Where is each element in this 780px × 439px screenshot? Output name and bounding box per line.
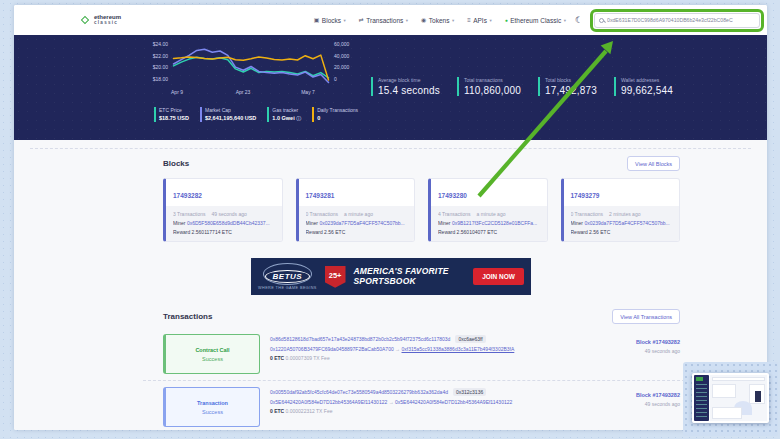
- transaction-row: Transaction Success 0x00550daf92ab5fc45c…: [163, 384, 680, 430]
- block-reward: Reward 2.56 ETC: [306, 228, 408, 237]
- apis-icon: ≡: [467, 17, 471, 23]
- dashed-separator: [30, 148, 751, 149]
- gas-value: 1.0 Gwei: [272, 115, 294, 121]
- tx-type-badge-contract-call: Contract Call Success: [163, 334, 260, 374]
- betus-tagline: WHERE THE GAME BEGINS: [258, 286, 317, 290]
- pip-mini-sidebar: [694, 375, 709, 421]
- miner-label: Miner: [438, 220, 451, 226]
- network-stats: Average block time 15.4 seconds Total tr…: [371, 77, 759, 96]
- pip-mini-topbar: [712, 377, 765, 381]
- tx-to-address-link[interactable]: 0x5E6442420A0f584eD7D12bb45364A9Ef114301…: [395, 399, 512, 405]
- price-chart: $24.00 $22.00 $20.00 $18.00 60,000 40,00…: [136, 44, 362, 98]
- legend-market-cap: Market Cap $2,641,195,640 USD: [200, 107, 256, 122]
- nav-label: Tokens: [429, 17, 450, 24]
- stat-value: 15.4 seconds: [378, 85, 440, 96]
- legend-label: Gas tracker: [272, 107, 301, 113]
- betus-brand-text: BETUS: [265, 270, 311, 283]
- chart-right-axis: 60,000 40,000 20,000 0: [330, 42, 360, 82]
- chart-x-axis: Apr 9 Apr 23 May 7: [136, 87, 362, 98]
- tx-details: 0x86d58128618d7bad657e17a43e248738bd872b…: [270, 334, 578, 374]
- block-reward: Reward 2.560104077 ETC: [438, 228, 540, 237]
- tx-hash-link[interactable]: 0x00550daf92ab5fc45cfc64de07ec73e5580549…: [270, 389, 448, 395]
- miner-label: Miner: [571, 220, 584, 226]
- block-number-link[interactable]: 17493281: [306, 192, 335, 199]
- block-card: 17493281 0 Transactionsa minute ago Mine…: [296, 178, 416, 242]
- block-reward: Reward 2.560117714 ETC: [173, 228, 275, 237]
- legend-label: ETC Price: [159, 107, 189, 113]
- transactions-icon: ⇄: [359, 17, 364, 23]
- block-card: 17493282 3 Transactions49 seconds ago Mi…: [163, 178, 283, 242]
- tx-block-link[interactable]: Block #17493282: [588, 392, 680, 398]
- ad-banner-betus[interactable]: BETUS WHERE THE GAME BEGINS 25+ AMERICA'…: [251, 258, 531, 295]
- betus-logo: BETUS WHERE THE GAME BEGINS: [258, 263, 317, 290]
- nav-menu: ▣ Blocks ▾ ⇄ Transactions ▾ ◉ Tokens ▾ ≡…: [314, 17, 566, 24]
- explorer-page: ethereum classic ▣ Blocks ▾ ⇄ Transactio…: [14, 5, 767, 430]
- chevron-down-icon: ▾: [489, 18, 491, 23]
- block-reward: Reward 2.56 ETC: [571, 228, 673, 237]
- block-card: 17493279 0 Transactions2 minutes ago Min…: [561, 178, 681, 242]
- info-icon[interactable]: ⓘ: [296, 115, 301, 121]
- tx-from-address-link[interactable]: 0x5E6442420A0f584eD7D12bb45364A9Ef114301…: [270, 399, 387, 405]
- tx-to-address-link[interactable]: 0xf315a5cc91338a3886d3c3a11E7b494f3302B3…: [402, 346, 515, 352]
- stat-label: Total blocks: [545, 77, 597, 83]
- stat-total-transactions: Total transactions 110,860,000: [457, 77, 521, 96]
- tokens-icon: ◉: [421, 17, 426, 23]
- miner-address-link[interactable]: 0x0239da7F7D5aF4CFF574C507bb...: [319, 220, 404, 226]
- miner-address-link[interactable]: 0x0239da7F7D5aF4CFF574C507bb...: [584, 220, 669, 226]
- pip-mini-page: [692, 373, 769, 423]
- tx-from-address-link[interactable]: 0x1220A50706B3479FC69da0458897F2BaCab50A…: [270, 346, 394, 352]
- dark-mode-toggle-moon-icon[interactable]: ☾: [575, 16, 583, 25]
- stat-average-block-time: Average block time 15.4 seconds: [371, 77, 440, 96]
- nav-item-tokens[interactable]: ◉ Tokens ▾: [421, 17, 454, 24]
- legend-value: $18.75 USD: [159, 115, 189, 122]
- axis-tick: Apr 23: [236, 89, 251, 95]
- axis-tick: Apr 9: [171, 89, 183, 95]
- ad-25plus-badge: 25+: [325, 266, 346, 288]
- ad-join-now-button[interactable]: JOIN NOW: [473, 268, 524, 285]
- pip-mini-card: [712, 407, 742, 419]
- tx-method-tag: 0x312c3136: [453, 388, 486, 396]
- nav-item-network-selector[interactable]: ● Ethereum Classic ▾: [505, 17, 566, 24]
- legend-etc-price: ETC Price $18.75 USD: [154, 107, 189, 122]
- miner-address-link[interactable]: 0x9B1217f3FcC2CD5128e01BCFFa...: [452, 220, 537, 226]
- stat-label: Average block time: [378, 77, 440, 83]
- search-box[interactable]: [594, 13, 760, 28]
- tx-hash-link[interactable]: 0x86d58128618d7bad657e17a43e248738bd872b…: [270, 336, 450, 342]
- chart-left-axis: $24.00 $22.00 $20.00 $18.00: [136, 42, 172, 82]
- block-cards-row: 17493282 3 Transactions49 seconds ago Mi…: [163, 178, 680, 242]
- nav-item-apis[interactable]: ≡ APIs ▾: [467, 17, 492, 24]
- block-age: a minute ago: [344, 211, 373, 217]
- stat-total-blocks: Total blocks 17,492,873: [538, 77, 597, 96]
- nav-item-blocks[interactable]: ▣ Blocks ▾: [314, 17, 346, 24]
- blocks-icon: ▣: [314, 17, 320, 23]
- tx-value: 0 ETC: [270, 355, 284, 361]
- block-number-link[interactable]: 17493280: [438, 192, 467, 199]
- pip-preview-window[interactable]: [683, 362, 778, 436]
- axis-tick: 40,000: [334, 54, 349, 59]
- tx-details: 0x00550daf92ab5fc45cfc64de07ec73e5580549…: [270, 387, 578, 427]
- view-all-blocks-button[interactable]: View All Blocks: [627, 156, 680, 171]
- axis-tick: $24.00: [153, 42, 168, 47]
- miner-label: Miner: [173, 220, 186, 226]
- axis-tick: 20,000: [334, 65, 349, 70]
- legend-value: 0: [317, 115, 358, 122]
- view-all-transactions-button[interactable]: View All Transactions: [612, 309, 680, 324]
- block-number-link[interactable]: 17493282: [173, 192, 202, 199]
- tx-fee: 0.000022312 TX Fee: [286, 408, 333, 414]
- dashed-separator: [143, 380, 700, 381]
- chevron-down-icon: ▾: [406, 18, 408, 23]
- network-status-dot-icon: ●: [505, 18, 508, 23]
- miner-address-link[interactable]: 0x6D5F580E658d9dDB44Cb42337...: [187, 220, 270, 226]
- ethereum-classic-logo[interactable]: ethereum classic: [80, 14, 121, 26]
- block-card: 17493280 4 Transactionsa minute ago Mine…: [428, 178, 548, 242]
- legend-label: Market Cap: [205, 107, 256, 113]
- tx-type-badge-transaction: Transaction Success: [163, 387, 260, 427]
- search-input[interactable]: [607, 17, 755, 23]
- transactions-section-title: Transactions: [163, 312, 212, 321]
- block-tx-count: 3 Transactions: [173, 211, 206, 217]
- block-number-link[interactable]: 17493279: [571, 192, 600, 199]
- tx-block-info: Block #17493282 49 seconds ago: [588, 387, 680, 427]
- nav-item-transactions[interactable]: ⇄ Transactions ▾: [359, 17, 408, 24]
- tx-block-link[interactable]: Block #17493282: [588, 339, 680, 345]
- nav-label: Blocks: [322, 17, 341, 24]
